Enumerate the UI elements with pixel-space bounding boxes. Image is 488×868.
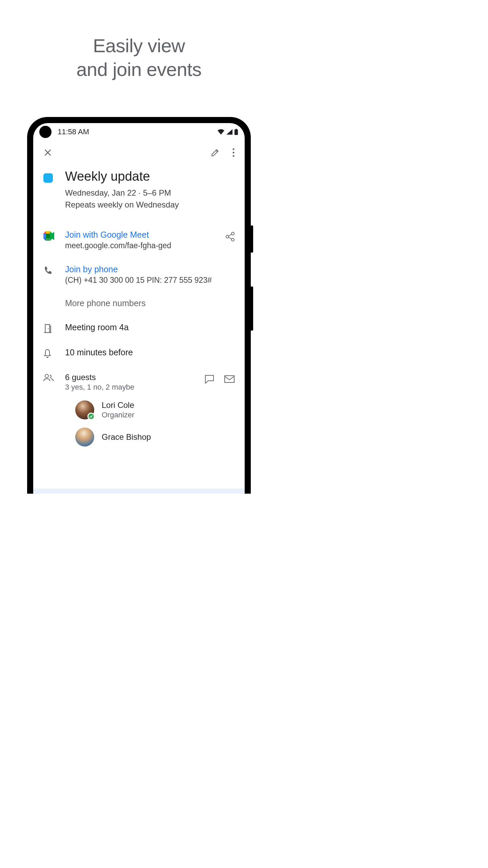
side-button xyxy=(251,225,253,253)
event-recurrence: Repeats weekly on Wednesday xyxy=(65,199,235,211)
meet-link-title: Join with Google Meet xyxy=(65,230,226,240)
bell-icon xyxy=(43,349,52,358)
phone-screen: 11:58 AM xyxy=(33,123,245,494)
share-button[interactable] xyxy=(226,232,235,241)
google-meet-icon xyxy=(43,231,54,241)
status-time: 11:58 AM xyxy=(58,127,89,136)
edit-button[interactable] xyxy=(211,148,220,157)
svg-point-9 xyxy=(231,232,234,235)
chat-icon xyxy=(205,375,214,383)
svg-rect-1 xyxy=(236,129,237,130)
event-title: Weekly update xyxy=(65,169,235,184)
meet-row[interactable]: Join with Google Meet meet.google.com/fa… xyxy=(43,225,235,255)
svg-point-12 xyxy=(45,374,48,378)
phone-number: (CH) +41 30 300 00 15 PIN: 277 555 923# xyxy=(65,276,235,285)
signal-icon xyxy=(226,129,232,135)
svg-rect-13 xyxy=(225,376,234,382)
svg-point-4 xyxy=(233,155,235,157)
guest-role: Organizer xyxy=(102,411,135,419)
reminder-row: 10 minutes before xyxy=(43,343,235,363)
meet-url: meet.google.com/fae-fgha-ged xyxy=(65,241,226,250)
guest-name: Grace Bishop xyxy=(102,432,151,442)
svg-rect-6 xyxy=(43,234,46,238)
phone-frame: 11:58 AM xyxy=(27,117,251,494)
event-color-chip xyxy=(43,173,53,183)
room-label: Meeting room 4a xyxy=(65,322,235,332)
svg-rect-5 xyxy=(46,231,50,234)
phone-icon xyxy=(43,266,52,275)
svg-rect-8 xyxy=(46,234,50,238)
guest-list: Lori Cole Organizer Grace Bishop xyxy=(43,396,235,451)
mail-icon xyxy=(224,375,235,383)
close-icon xyxy=(43,148,52,157)
room-row: Meeting room 4a xyxy=(43,318,235,338)
svg-point-2 xyxy=(233,149,235,150)
email-guests-button[interactable] xyxy=(224,375,235,383)
pencil-icon xyxy=(211,148,220,157)
event-toolbar xyxy=(33,141,245,164)
more-phone-row[interactable]: More phone numbers xyxy=(43,290,235,313)
svg-point-3 xyxy=(233,152,235,154)
guest-name: Lori Cole xyxy=(102,400,135,410)
promo-headline: Easily view and join events xyxy=(0,34,278,81)
phone-link-title: Join by phone xyxy=(65,264,235,274)
guest-summary: 3 yes, 1 no, 2 maybe xyxy=(65,383,205,392)
guests-row: 6 guests 3 yes, 1 no, 2 maybe xyxy=(43,368,235,396)
phone-row[interactable]: Join by phone (CH) +41 30 300 00 15 PIN:… xyxy=(43,260,235,290)
more-button[interactable] xyxy=(232,148,235,157)
side-button xyxy=(251,287,253,331)
event-header-row: Weekly update Wednesday, Jan 22 · 5–6 PM… xyxy=(43,164,235,216)
camera-hole xyxy=(39,126,52,138)
people-icon xyxy=(43,374,54,381)
guest-count: 6 guests xyxy=(65,373,205,382)
svg-rect-7 xyxy=(46,238,50,241)
reminder-label: 10 minutes before xyxy=(65,348,235,357)
svg-rect-0 xyxy=(235,130,238,135)
rsvp-bar: Yes No Maybe xyxy=(33,489,245,494)
more-vert-icon xyxy=(232,148,235,157)
more-phone-label: More phone numbers xyxy=(65,298,235,308)
event-datetime: Wednesday, Jan 22 · 5–6 PM xyxy=(65,187,235,199)
chat-guests-button[interactable] xyxy=(205,375,214,383)
battery-icon xyxy=(235,129,238,135)
avatar xyxy=(75,428,94,447)
accepted-badge-icon xyxy=(87,413,95,420)
guest-item[interactable]: Lori Cole Organizer xyxy=(75,396,235,423)
status-icons xyxy=(218,129,238,135)
status-bar: 11:58 AM xyxy=(33,123,245,141)
close-button[interactable] xyxy=(43,148,52,157)
wifi-icon xyxy=(218,129,224,135)
svg-point-11 xyxy=(231,238,234,241)
svg-point-10 xyxy=(226,235,229,238)
share-icon xyxy=(226,232,235,241)
guest-item[interactable]: Grace Bishop xyxy=(75,423,235,451)
avatar xyxy=(75,400,94,419)
room-icon xyxy=(43,324,52,333)
